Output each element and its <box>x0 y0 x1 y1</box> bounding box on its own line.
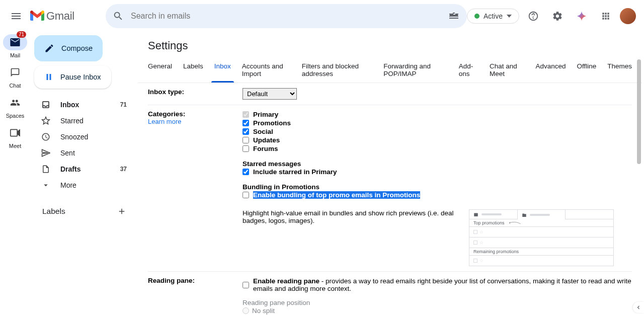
enable-reading-pane-checkbox[interactable] <box>243 282 249 288</box>
tab-inbox[interactable]: Inbox <box>214 58 231 83</box>
status-label: Active <box>484 12 503 20</box>
tab-filters[interactable]: Filters and blocked addresses <box>302 58 372 83</box>
mail-icon <box>10 38 20 46</box>
tab-forwarding[interactable]: Forwarding and POP/IMAP <box>383 58 447 83</box>
starred-heading: Starred messages <box>243 160 632 168</box>
gemini-icon <box>576 11 587 22</box>
inbox-icon <box>41 100 51 109</box>
chevron-down-icon <box>507 15 512 18</box>
tab-labels[interactable]: Labels <box>183 58 203 83</box>
help-icon <box>528 11 539 22</box>
nav-starred[interactable]: Starred <box>34 113 134 129</box>
rail-spaces-label: Spaces <box>6 113 25 119</box>
star-icon <box>41 116 51 125</box>
inbox-type-label: Inbox type: <box>148 88 243 100</box>
compose-label: Compose <box>61 44 93 52</box>
labels-title: Labels <box>42 207 65 216</box>
rail-chat[interactable]: Chat <box>3 64 27 89</box>
category-updates-checkbox[interactable] <box>243 137 249 143</box>
enable-bundling-label[interactable]: Enable bundling of top promo emails in P… <box>253 191 420 199</box>
reading-pane-nosplit-radio <box>243 307 249 314</box>
nav-inbox[interactable]: Inbox 71 <box>34 97 134 113</box>
bundling-preview-image: Top promotions ☆ ☆ Remaining promotions … <box>469 209 614 266</box>
compose-button[interactable]: Compose <box>34 35 103 61</box>
nav-snoozed[interactable]: Snoozed <box>34 129 134 145</box>
chevron-left-icon <box>635 304 641 310</box>
categories-label: Categories: <box>148 110 185 118</box>
rail-meet[interactable]: Meet <box>3 125 27 149</box>
gmail-icon <box>30 11 44 22</box>
chat-icon <box>10 67 20 77</box>
search-icon <box>113 11 124 22</box>
tab-chat-meet[interactable]: Chat and Meet <box>490 58 524 83</box>
search-options-icon[interactable] <box>448 10 460 22</box>
scrollbar[interactable] <box>636 58 642 315</box>
nav-drafts[interactable]: Drafts 37 <box>34 161 134 177</box>
plus-icon <box>117 207 126 216</box>
chevron-down-icon <box>41 181 51 190</box>
labels-header: Labels <box>34 201 134 221</box>
category-social-checkbox[interactable] <box>243 128 249 135</box>
support-button[interactable] <box>523 6 543 26</box>
settings-tabs: General Labels Inbox Accounts and Import… <box>138 58 642 83</box>
rail-spaces[interactable]: Spaces <box>3 95 27 119</box>
gmail-logo-text: Gmail <box>46 10 74 23</box>
rail-meet-label: Meet <box>9 143 21 149</box>
reading-pane-nosplit-label: No split <box>252 307 275 314</box>
reading-pane-label: Reading pane: <box>148 277 243 315</box>
include-starred-checkbox[interactable] <box>243 169 249 175</box>
category-primary-checkbox <box>243 111 249 118</box>
spaces-icon <box>10 98 20 108</box>
pause-icon <box>44 72 53 82</box>
bundling-heading: Bundling in Promotions <box>243 183 632 191</box>
category-promotions-label[interactable]: Promotions <box>253 119 291 127</box>
gmail-logo[interactable]: Gmail <box>30 10 74 23</box>
send-icon <box>41 148 51 158</box>
page-title: Settings <box>138 39 642 58</box>
search-input[interactable] <box>131 12 448 21</box>
rail-chat-label: Chat <box>9 83 21 89</box>
enable-reading-pane-label[interactable]: Enable reading pane - provides a way to … <box>253 277 632 292</box>
clock-icon <box>41 132 51 141</box>
enable-bundling-checkbox[interactable] <box>243 192 249 198</box>
category-primary-label: Primary <box>253 111 278 118</box>
pause-inbox-button[interactable]: Pause Inbox <box>34 65 111 89</box>
tab-accounts[interactable]: Accounts and Import <box>242 58 291 83</box>
rail-mail[interactable]: 71 Mail <box>3 34 27 58</box>
search-box[interactable] <box>106 4 467 28</box>
pencil-icon <box>44 43 54 53</box>
tab-general[interactable]: General <box>148 58 172 83</box>
learn-more-link[interactable]: Learn more <box>148 118 181 125</box>
meet-icon <box>10 129 20 137</box>
add-label-button[interactable] <box>116 205 128 217</box>
category-updates-label[interactable]: Updates <box>253 136 280 144</box>
tab-themes[interactable]: Themes <box>607 58 632 83</box>
mail-badge: 71 <box>17 31 26 38</box>
tab-offline[interactable]: Offline <box>577 58 596 83</box>
main-menu-button[interactable] <box>4 4 28 28</box>
status-chip[interactable]: Active <box>467 9 519 24</box>
side-panel-toggle[interactable] <box>633 302 644 313</box>
apps-button[interactable] <box>596 6 616 26</box>
include-starred-label[interactable]: Include starred in Primary <box>253 168 337 176</box>
nav-sent[interactable]: Sent <box>34 145 134 161</box>
tab-addons[interactable]: Add-ons <box>459 58 478 83</box>
nav-more[interactable]: More <box>34 177 134 193</box>
account-avatar[interactable] <box>620 8 636 24</box>
inbox-type-select[interactable]: Default <box>243 88 297 100</box>
category-promotions-checkbox[interactable] <box>243 120 249 126</box>
tab-advanced[interactable]: Advanced <box>535 58 566 83</box>
reading-pane-position-label: Reading pane position <box>243 299 632 306</box>
apps-grid-icon <box>601 11 611 21</box>
category-forums-checkbox[interactable] <box>243 145 249 152</box>
category-social-label[interactable]: Social <box>253 128 273 135</box>
gear-icon <box>552 11 563 22</box>
gemini-button[interactable] <box>572 6 592 26</box>
status-dot-active <box>474 14 479 19</box>
bundling-description: Highlight high-value email in bundles an… <box>243 209 459 224</box>
category-forums-label[interactable]: Forums <box>253 145 278 152</box>
file-icon <box>41 165 51 174</box>
hamburger-icon <box>10 10 22 22</box>
settings-button[interactable] <box>547 6 568 26</box>
rail-mail-label: Mail <box>10 52 20 58</box>
